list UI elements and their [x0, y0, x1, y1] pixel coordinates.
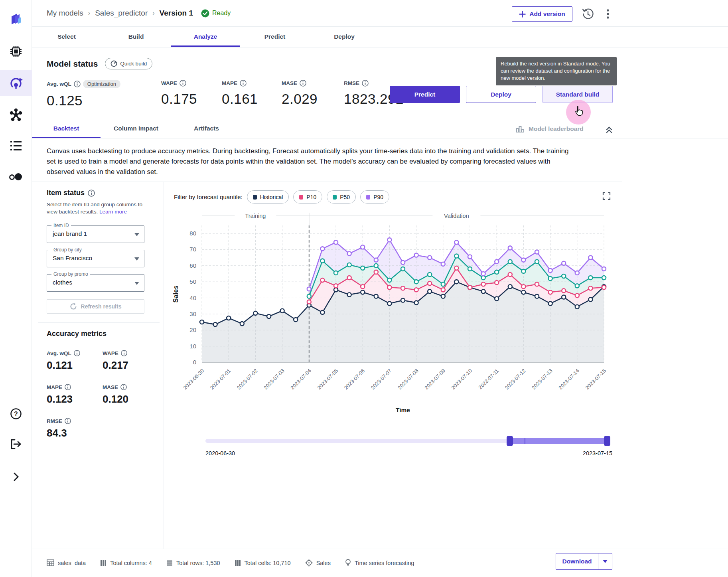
backtest-chart[interactable]: 01020304050607080TrainingValidation2023-… — [168, 209, 622, 427]
svg-text:Time: Time — [396, 407, 410, 413]
deploy-button[interactable]: Deploy — [466, 86, 536, 103]
historical-swatch — [253, 195, 257, 200]
fullscreen-button[interactable] — [602, 192, 611, 202]
sidebar-item-datasets[interactable] — [0, 38, 32, 65]
item-id-select[interactable]: Item ID jean brand 1 — [47, 225, 144, 243]
svg-text:2023-07-11: 2023-07-11 — [477, 368, 500, 391]
rows-icon — [166, 560, 173, 566]
dataset-name[interactable]: sales_data — [47, 559, 86, 566]
sidebar-item-my-models[interactable] — [0, 70, 32, 96]
info-icon[interactable] — [121, 350, 127, 356]
acc-wape: WAPE — [103, 350, 128, 356]
kebab-icon — [604, 8, 612, 20]
download-menu-button[interactable] — [598, 560, 612, 563]
item-id-value: jean brand 1 — [53, 230, 87, 237]
tab-select[interactable]: Select — [32, 26, 101, 47]
dataset-summary-bar: sales_data Total columns: 4 Total rows: … — [47, 549, 414, 577]
slider-handle-right[interactable] — [604, 436, 610, 446]
info-icon[interactable] — [120, 384, 127, 390]
legend-chip-p90[interactable]: P90 — [360, 190, 389, 204]
svg-text:2023-07-08: 2023-07-08 — [397, 368, 420, 391]
refresh-results-label: Refresh results — [81, 303, 122, 310]
group-by-city-select[interactable]: Group by city San Francisco — [47, 250, 144, 267]
canvas-app: ? My models › Sales_predictor › Version … — [0, 0, 728, 577]
legend-chip-p50[interactable]: P50 — [327, 190, 356, 204]
metric-wape-value: 0.175 — [161, 91, 197, 107]
canvas-logo[interactable] — [0, 6, 32, 32]
version-history-button[interactable] — [582, 8, 594, 22]
quantile-filter-label: Filter by forecast quantile: — [174, 194, 243, 200]
breadcrumb: My models › Sales_predictor › Version 1 … — [47, 9, 231, 18]
metric-wape: WAPE — [161, 80, 197, 87]
legend-chip-p10[interactable]: P10 — [293, 190, 322, 204]
info-icon[interactable] — [240, 80, 247, 87]
p10-swatch — [299, 195, 303, 200]
sidebar-item-compare[interactable] — [0, 164, 32, 190]
p50-swatch — [333, 195, 337, 200]
acc-wape-value: 0.217 — [103, 359, 128, 371]
metric-avg-wql: Avg. wQL Optimization — [47, 80, 120, 88]
analyze-subtabs: Backtest Column impact Artifacts — [32, 120, 241, 138]
svg-text:0: 0 — [193, 359, 196, 366]
group-by-promo-select[interactable]: Group by promo clothes — [47, 274, 144, 292]
sidebar-item-automations[interactable] — [0, 102, 32, 128]
tab-predict[interactable]: Predict — [240, 26, 310, 47]
info-icon[interactable] — [362, 80, 369, 87]
tabs-divider — [32, 47, 728, 47]
p90-swatch — [366, 195, 370, 200]
tab-analyze[interactable]: Analyze — [171, 26, 240, 47]
legend-chip-historical[interactable]: Historical — [247, 190, 289, 204]
sidebar-item-list[interactable] — [0, 132, 32, 159]
logout-button[interactable] — [0, 431, 32, 457]
subtab-column-impact[interactable]: Column impact — [101, 120, 172, 138]
predict-button[interactable]: Predict — [390, 86, 460, 103]
circles-icon — [9, 172, 23, 182]
svg-text:2023-07-03: 2023-07-03 — [262, 368, 286, 391]
double-chevron-up-icon — [605, 125, 614, 134]
check-circle-icon — [201, 9, 209, 18]
help-button[interactable]: ? — [0, 401, 32, 427]
info-icon[interactable] — [74, 81, 81, 87]
svg-text:60: 60 — [189, 262, 196, 269]
download-button[interactable]: Download — [556, 553, 612, 570]
learn-more-link[interactable]: Learn more — [99, 209, 127, 215]
cursor-icon — [573, 105, 585, 119]
info-icon[interactable] — [300, 80, 306, 87]
expand-sidebar-button[interactable] — [0, 464, 32, 490]
status-text: Ready — [212, 10, 231, 17]
info-icon[interactable] — [65, 384, 71, 390]
info-icon[interactable] — [65, 418, 71, 424]
chevron-down-icon — [134, 257, 139, 261]
svg-text:2023-07-12: 2023-07-12 — [504, 368, 527, 391]
content-top-divider — [32, 182, 622, 182]
download-split-divider — [598, 553, 598, 570]
info-icon[interactable] — [88, 190, 95, 197]
acc-mape-value: 0.123 — [47, 393, 73, 405]
subtab-artifacts[interactable]: Artifacts — [172, 120, 241, 138]
breadcrumb-model[interactable]: Sales_predictor — [95, 9, 148, 18]
tab-deploy[interactable]: Deploy — [310, 26, 379, 47]
refresh-results-button[interactable]: Refresh results — [47, 299, 144, 314]
chevron-down-icon — [134, 233, 139, 236]
breadcrumb-separator: › — [88, 10, 90, 17]
collapse-panel-button[interactable] — [605, 125, 614, 136]
acc-rmse: RMSE — [47, 418, 71, 424]
left-sidebar: ? — [0, 0, 32, 577]
optimization-badge: Optimization — [83, 80, 120, 88]
subtab-backtest[interactable]: Backtest — [32, 120, 101, 138]
logout-icon — [10, 438, 22, 451]
tab-build[interactable]: Build — [101, 26, 171, 47]
overflow-menu-button[interactable] — [604, 8, 612, 21]
list-icon — [10, 140, 22, 151]
model-leaderboard-button[interactable]: Model leaderboard — [516, 125, 584, 133]
quick-build-badge: Quick build — [105, 58, 152, 69]
info-icon[interactable] — [74, 350, 80, 356]
chevron-down-icon — [134, 282, 139, 285]
breadcrumb-my-models[interactable]: My models — [47, 9, 83, 18]
model-leaderboard-label: Model leaderboard — [529, 125, 584, 132]
quantile-filter: Filter by forecast quantile: Historical … — [174, 190, 389, 204]
slider-handle-left[interactable] — [507, 436, 513, 446]
acc-avg-wql-value: 0.121 — [47, 359, 80, 371]
add-version-button[interactable]: Add version — [512, 6, 572, 22]
info-icon[interactable] — [180, 80, 186, 87]
